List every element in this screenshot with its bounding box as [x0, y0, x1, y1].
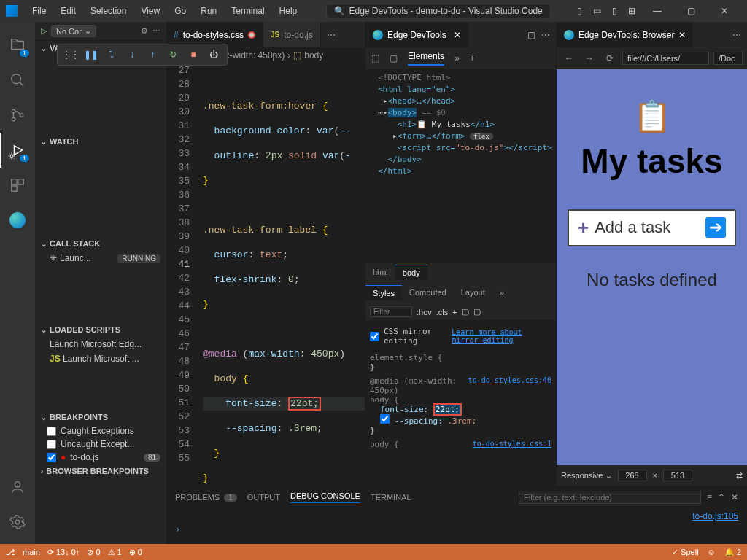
activity-search[interactable] — [0, 63, 35, 98]
back-icon[interactable]: ← — [561, 50, 577, 66]
step-over-icon[interactable]: ⤵ — [104, 47, 119, 62]
mirror-checkbox[interactable] — [370, 332, 379, 341]
code-content[interactable]: .new-task-form:hover { background-color:… — [203, 63, 365, 486]
new-style-icon[interactable]: + — [452, 308, 457, 316]
feedback-icon[interactable]: ☺ — [708, 548, 716, 557]
menu-selection[interactable]: Selection — [85, 3, 132, 19]
port-forward[interactable]: ⊕ 0 — [129, 548, 142, 557]
layout-secondary-icon[interactable]: ▯ — [608, 5, 620, 17]
console-filter-input[interactable] — [519, 491, 701, 504]
tab-edge-devtools[interactable]: Edge DevTools ✕ — [365, 22, 468, 47]
disconnect-icon[interactable]: ⏻ — [206, 47, 221, 62]
loaded-script-item[interactable]: JS Launch Microsoft ... — [35, 351, 166, 366]
activity-scm[interactable] — [0, 98, 35, 133]
viewport-width[interactable] — [618, 470, 647, 481]
inspect-icon[interactable]: ⬚ — [371, 53, 379, 63]
bp-checkbox[interactable] — [47, 440, 56, 449]
layout-customize-icon[interactable]: ⊞ — [626, 5, 638, 17]
activity-debug[interactable]: 1 — [0, 133, 35, 168]
forward-icon[interactable]: → — [581, 50, 597, 66]
spell-check[interactable]: ✓ Spell — [672, 548, 699, 557]
menu-edit[interactable]: Edit — [55, 3, 82, 19]
submit-icon[interactable]: ➔ — [705, 217, 726, 238]
debug-floating-toolbar[interactable]: ⋮⋮ ❚❚ ⤵ ↓ ↑ ↻ ■ ⏻ — [57, 44, 228, 66]
style-source-link[interactable]: to-do-styles.css:1 — [473, 440, 551, 448]
browser-tab[interactable]: Edge DevTools: Browser ✕ — [557, 22, 693, 47]
activity-extensions[interactable] — [0, 168, 35, 203]
tab-debug-console[interactable]: DEBUG CONSOLE — [290, 491, 360, 503]
drag-handle-icon[interactable]: ⋮⋮ — [63, 47, 78, 62]
menu-file[interactable]: File — [26, 3, 52, 19]
gear-icon[interactable]: ⚙ — [141, 26, 148, 36]
run-config-dropdown[interactable]: No Cor ⌄ — [51, 25, 96, 37]
menu-run[interactable]: Run — [195, 3, 222, 19]
add-tab-icon[interactable]: + — [470, 53, 475, 63]
branch-icon[interactable]: ⎇ — [6, 548, 15, 557]
sync-status[interactable]: ⟳ 13↓ 0↑ — [47, 548, 80, 557]
more-icon[interactable]: ⋯ — [541, 30, 550, 40]
window-maximize[interactable]: ▢ — [674, 0, 708, 22]
dom-tree[interactable]: <!DOCTYPE html> <html lang="en"> ▸<head>… — [365, 69, 556, 262]
split-icon[interactable]: ▢ — [527, 30, 535, 40]
styles-tab[interactable]: Styles — [365, 285, 402, 300]
computed-tab[interactable]: Computed — [402, 285, 454, 300]
section-browser-breakpoints[interactable]: ›BROWSER BREAKPOINTS — [35, 464, 166, 478]
callstack-item[interactable]: ✳ Launc... RUNNING — [35, 251, 166, 265]
style-source-link[interactable]: to-do-styles.css:40 — [468, 376, 551, 384]
styles-body[interactable]: CSS mirror editing Learn more about mirr… — [365, 321, 556, 452]
console-source-link[interactable]: to-do.js:105 — [166, 508, 747, 524]
close-panel-icon[interactable]: ✕ — [731, 492, 738, 502]
computed-icon[interactable]: ▢ — [473, 307, 481, 316]
breadcrumb-body[interactable]: body — [304, 50, 323, 61]
close-icon[interactable]: ✕ — [678, 30, 686, 40]
activity-edge[interactable] — [0, 203, 35, 238]
layout-tab[interactable]: Layout — [454, 285, 492, 300]
layout-primary-icon[interactable]: ▯ — [573, 5, 585, 17]
add-task-input[interactable]: + Add a task ➔ — [568, 209, 736, 246]
tab-js-file[interactable]: JS to-do.js — [263, 22, 321, 47]
restart-icon[interactable]: ↻ — [166, 47, 180, 62]
mirror-link[interactable]: Learn more about mirror editing — [452, 328, 551, 344]
viewport-height[interactable] — [663, 470, 692, 481]
menu-help[interactable]: Help — [274, 3, 303, 19]
elements-tab[interactable]: Elements — [408, 51, 444, 66]
notification-bell[interactable]: 🔔 2 — [724, 548, 741, 557]
url-bar[interactable]: file:///C:/Users/ — [622, 52, 709, 65]
warning-count[interactable]: ⚠ 1 — [108, 548, 122, 557]
reload-icon[interactable]: ⟳ — [602, 50, 618, 66]
section-callstack[interactable]: ⌄CALL STACK — [35, 236, 166, 251]
bp-checkbox[interactable] — [47, 453, 56, 462]
step-out-icon[interactable]: ↑ — [145, 47, 160, 62]
activity-settings[interactable] — [0, 505, 35, 540]
path-body[interactable]: body — [395, 265, 427, 280]
play-icon[interactable]: ▷ — [41, 26, 47, 36]
section-watch[interactable]: ⌄WATCH — [35, 134, 166, 149]
close-icon[interactable]: ✕ — [454, 30, 461, 40]
rotate-icon[interactable]: ⇄ — [736, 471, 743, 481]
device-dropdown[interactable]: Responsive ⌄ — [561, 471, 612, 481]
stop-icon[interactable]: ■ — [186, 47, 201, 62]
window-title[interactable]: 🔍 Edge DevTools - demo-to-do - Visual St… — [326, 4, 551, 18]
more-tabs-icon[interactable]: » — [454, 53, 460, 63]
window-close[interactable]: ✕ — [708, 0, 741, 22]
edited-value[interactable]: 22pt; — [290, 398, 319, 409]
menu-go[interactable]: Go — [169, 3, 192, 19]
breakpoint-caught[interactable]: Caught Exceptions — [35, 424, 166, 438]
breakpoint-uncaught[interactable]: Uncaught Except... — [35, 438, 166, 451]
breakpoint-file[interactable]: ● to-do.js 81 — [35, 451, 166, 464]
code-editor[interactable]: 27282930313233 34353637383940 4142434445… — [166, 63, 365, 486]
tab-output[interactable]: OUTPUT — [247, 493, 280, 502]
loaded-script-item[interactable]: Launch Microsoft Edg... — [35, 337, 166, 351]
rule-toggle[interactable] — [380, 414, 390, 424]
activity-explorer[interactable]: 1 — [0, 28, 35, 63]
flexbox-icon[interactable]: ▢ — [462, 307, 469, 316]
error-count[interactable]: ⊘ 0 — [87, 548, 100, 557]
page-preview[interactable]: 📋 My tasks + Add a task ➔ No tasks defin… — [557, 69, 747, 465]
path-html[interactable]: html — [365, 265, 395, 279]
layout-panel-icon[interactable]: ▭ — [591, 5, 603, 17]
step-into-icon[interactable]: ↓ — [125, 47, 139, 62]
tab-overflow-icon[interactable]: ⋯ — [321, 30, 341, 40]
tab-terminal[interactable]: TERMINAL — [371, 493, 411, 502]
section-loaded-scripts[interactable]: ⌄LOADED SCRIPTS — [35, 322, 166, 337]
styles-filter-input[interactable]: Filter — [370, 306, 412, 317]
